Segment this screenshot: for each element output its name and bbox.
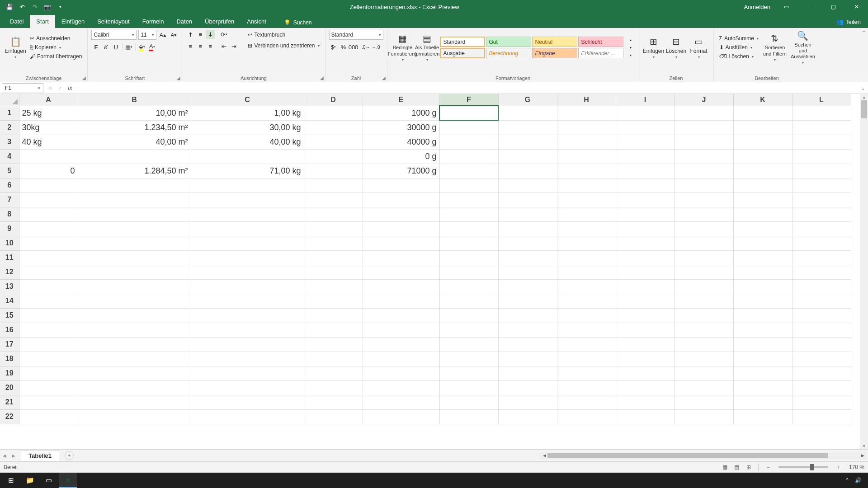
cell[interactable] <box>363 265 439 279</box>
cell[interactable] <box>78 149 191 164</box>
row-header[interactable]: 19 <box>0 366 19 380</box>
cell[interactable] <box>675 294 733 308</box>
font-color-icon[interactable]: A▾ <box>147 42 156 52</box>
cell[interactable] <box>733 308 792 323</box>
cell[interactable] <box>675 395 733 409</box>
page-layout-view-icon[interactable]: ▤ <box>732 463 742 471</box>
cell[interactable] <box>363 323 439 337</box>
cell[interactable] <box>19 337 78 352</box>
undo-icon[interactable]: ↶ <box>17 2 27 12</box>
cell[interactable]: 0 g <box>363 149 439 164</box>
increase-decimal-icon[interactable]: .0→ <box>362 42 371 52</box>
new-sheet-button[interactable]: + <box>65 451 74 460</box>
cell[interactable] <box>304 106 363 120</box>
task-view-icon[interactable]: ▭ <box>40 473 58 488</box>
styles-down-icon[interactable]: ▾ <box>626 44 635 51</box>
conditional-formatting-button[interactable]: ▦ Bedingte Formatierung ▾ <box>391 32 415 62</box>
cell[interactable] <box>19 236 78 250</box>
qat-customize-icon[interactable]: ▾ <box>55 2 65 12</box>
start-menu-icon[interactable]: ⊞ <box>2 473 20 488</box>
decrease-indent-icon[interactable]: ⇤ <box>219 42 228 51</box>
cell[interactable] <box>498 221 557 236</box>
cell[interactable] <box>733 164 792 178</box>
cell[interactable] <box>557 323 616 337</box>
cell[interactable] <box>498 380 557 395</box>
row-header[interactable]: 20 <box>0 380 19 395</box>
cell[interactable] <box>498 323 557 337</box>
cell[interactable] <box>304 352 363 366</box>
cell[interactable] <box>78 250 191 265</box>
cell[interactable] <box>675 178 733 192</box>
cell[interactable] <box>19 409 78 424</box>
cell[interactable] <box>616 337 675 352</box>
cell[interactable] <box>557 409 616 424</box>
cell[interactable] <box>498 294 557 308</box>
italic-icon[interactable]: K <box>101 42 110 52</box>
select-all-button[interactable] <box>0 94 19 106</box>
cell[interactable] <box>19 395 78 409</box>
cell[interactable] <box>439 409 498 424</box>
cell[interactable] <box>616 250 675 265</box>
cell[interactable] <box>557 149 616 164</box>
cell[interactable] <box>19 192 78 207</box>
decrease-font-icon[interactable]: A▾ <box>169 30 178 39</box>
cell[interactable] <box>616 149 675 164</box>
cell[interactable] <box>557 192 616 207</box>
borders-icon[interactable]: ▦▾ <box>124 42 133 52</box>
cell[interactable] <box>498 236 557 250</box>
cell[interactable] <box>439 380 498 395</box>
tab-start[interactable]: Start <box>30 15 55 28</box>
row-header[interactable]: 14 <box>0 294 19 308</box>
cell[interactable] <box>733 250 792 265</box>
font-size-combo[interactable]: 11▾ <box>138 30 156 40</box>
cell[interactable] <box>498 352 557 366</box>
cell[interactable] <box>191 409 304 424</box>
cell[interactable] <box>616 395 675 409</box>
cell[interactable] <box>498 308 557 323</box>
cell[interactable]: 40000 g <box>363 135 439 149</box>
column-header[interactable]: G <box>498 94 557 106</box>
cell[interactable] <box>439 250 498 265</box>
cell-style-neutral[interactable]: Neutral <box>532 37 577 47</box>
zoom-slider[interactable] <box>778 466 828 468</box>
column-header[interactable]: B <box>78 94 191 106</box>
cell[interactable] <box>792 395 851 409</box>
cell[interactable] <box>191 178 304 192</box>
enter-formula-icon[interactable]: ✓ <box>55 83 65 93</box>
cell[interactable] <box>616 221 675 236</box>
cell[interactable] <box>616 164 675 178</box>
cell[interactable] <box>439 236 498 250</box>
cell[interactable] <box>792 192 851 207</box>
cell[interactable] <box>675 409 733 424</box>
cell[interactable] <box>498 207 557 221</box>
accounting-format-icon[interactable]: $▾ <box>329 42 338 52</box>
row-header[interactable]: 15 <box>0 308 19 323</box>
cell[interactable] <box>439 294 498 308</box>
cell[interactable] <box>557 178 616 192</box>
cell[interactable] <box>78 178 191 192</box>
styles-more-icon[interactable]: ▾ <box>626 52 635 59</box>
cell[interactable] <box>363 380 439 395</box>
cell[interactable] <box>439 323 498 337</box>
cell[interactable] <box>792 323 851 337</box>
cell[interactable] <box>733 323 792 337</box>
cell[interactable] <box>363 221 439 236</box>
cell[interactable] <box>439 221 498 236</box>
cell[interactable] <box>439 178 498 192</box>
cell[interactable] <box>616 236 675 250</box>
cell[interactable] <box>304 323 363 337</box>
cell[interactable] <box>191 366 304 380</box>
page-break-view-icon[interactable]: ⊞ <box>744 463 754 471</box>
cell[interactable] <box>616 192 675 207</box>
spreadsheet-grid[interactable]: ABCDEFGHIJKL125 kg10,00 m²1,00 kg1000 g2… <box>0 94 851 424</box>
cell[interactable] <box>191 352 304 366</box>
align-left-icon[interactable]: ≡ <box>186 42 195 51</box>
cell[interactable] <box>792 221 851 236</box>
bold-icon[interactable]: F <box>91 42 100 52</box>
sheet-nav-first-icon[interactable]: ◀ <box>0 451 9 460</box>
cell[interactable] <box>498 164 557 178</box>
cell[interactable] <box>304 308 363 323</box>
cell[interactable] <box>363 236 439 250</box>
cell[interactable] <box>363 178 439 192</box>
cell[interactable] <box>733 352 792 366</box>
